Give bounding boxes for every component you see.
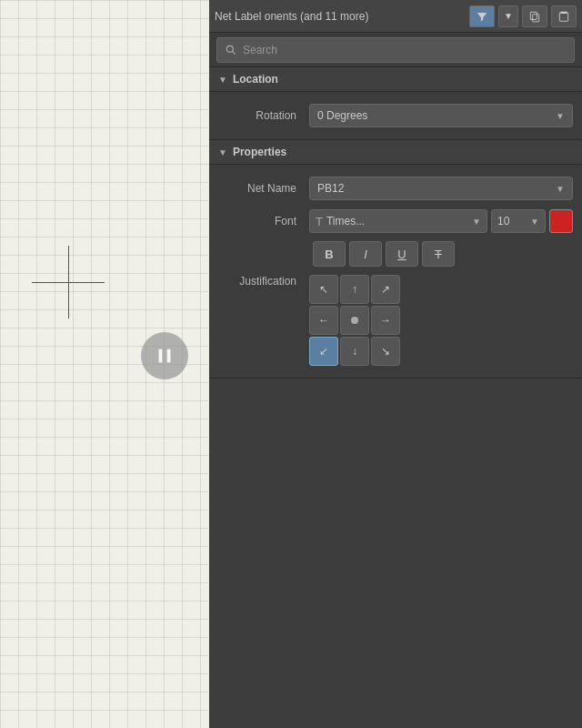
net-name-value: PB12 ▼ <box>309 177 573 200</box>
location-section-header[interactable]: ▼ Location <box>209 67 582 92</box>
just-bot-right[interactable]: ↘ <box>371 337 400 366</box>
svg-rect-3 <box>530 12 537 19</box>
just-mid-center[interactable] <box>340 306 369 335</box>
justification-label: Justification <box>218 275 309 288</box>
svg-rect-1 <box>167 349 171 363</box>
italic-label: I <box>364 248 367 261</box>
net-name-selected: PB12 <box>317 182 344 195</box>
font-family-arrow: ▼ <box>472 217 481 227</box>
just-top-left[interactable]: ↖ <box>309 275 338 304</box>
properties-panel: rties Net Label onents (and 11 more) ▼ ▼… <box>209 0 582 728</box>
font-size-arrow: ▼ <box>530 217 539 227</box>
filter-dropdown[interactable]: ▼ <box>498 5 518 27</box>
justification-row: Justification ↖ ↑ ↗ ← → ↙ ↓ ↘ <box>209 270 582 370</box>
font-controls: T Times... ▼ 10 ▼ <box>309 209 573 233</box>
copy-button[interactable] <box>522 5 547 27</box>
font-size-dropdown[interactable]: 10 ▼ <box>491 209 546 233</box>
rotation-label: Rotation <box>218 109 309 122</box>
net-name-row: Net Name PB12 ▼ <box>209 172 582 205</box>
svg-rect-0 <box>159 349 163 363</box>
svg-rect-2 <box>533 14 539 21</box>
net-name-dropdown-arrow: ▼ <box>556 184 565 194</box>
properties-section-title: Properties <box>233 146 286 158</box>
strikethrough-label: T <box>435 248 442 261</box>
search-input-wrapper <box>216 37 575 63</box>
rotation-dropdown-arrow: ▼ <box>556 111 565 121</box>
just-top-right[interactable]: ↗ <box>371 275 400 304</box>
location-collapse-arrow: ▼ <box>218 75 227 85</box>
canvas-area <box>0 0 209 728</box>
svg-point-6 <box>226 46 233 52</box>
just-mid-right[interactable]: → <box>371 306 400 335</box>
search-input[interactable] <box>243 44 567 56</box>
format-buttons-row: B I U T <box>209 238 582 270</box>
just-bot-left[interactable]: ↙ <box>309 337 338 366</box>
underline-button[interactable]: U <box>386 241 418 267</box>
justification-grid: ↖ ↑ ↗ ← → ↙ ↓ ↘ <box>309 275 400 366</box>
rotation-dropdown[interactable]: 0 Degrees ▼ <box>309 104 573 127</box>
font-row: Font T Times... ▼ 10 ▼ <box>209 205 582 238</box>
rotation-value: 0 Degrees ▼ <box>309 104 573 127</box>
just-bot-center[interactable]: ↓ <box>340 337 369 366</box>
underline-label: U <box>397 248 406 261</box>
panel-title: Net Label onents (and 11 more) <box>215 10 466 23</box>
strikethrough-button[interactable]: T <box>422 241 455 267</box>
italic-button[interactable]: I <box>349 241 382 267</box>
properties-section-header[interactable]: ▼ Properties <box>209 140 582 165</box>
rotation-row: Rotation 0 Degrees ▼ <box>209 99 582 132</box>
font-color-button[interactable] <box>549 209 573 233</box>
just-top-center[interactable]: ↑ <box>340 275 369 304</box>
rotation-selected: 0 Degrees <box>317 109 367 122</box>
paste-button[interactable] <box>551 5 577 27</box>
pause-button[interactable] <box>141 332 188 379</box>
location-section-title: Location <box>233 73 278 86</box>
bold-label: B <box>325 248 333 261</box>
font-row-controls: T Times... ▼ 10 ▼ <box>309 209 573 233</box>
filter-button[interactable] <box>469 5 495 27</box>
net-name-dropdown[interactable]: PB12 ▼ <box>309 177 573 200</box>
properties-collapse-arrow: ▼ <box>218 147 227 157</box>
svg-rect-5 <box>559 12 567 20</box>
properties-section-content: Net Name PB12 ▼ Font T Times... ▼ <box>209 165 582 379</box>
font-size-value: 10 <box>497 215 509 228</box>
panel-header: Net Label onents (and 11 more) ▼ <box>209 0 582 33</box>
font-family-dropdown[interactable]: T Times... ▼ <box>309 209 487 233</box>
svg-line-7 <box>232 51 235 54</box>
net-name-label: Net Name <box>218 182 309 195</box>
search-bar <box>209 33 582 67</box>
font-family-value: Times... <box>326 215 365 228</box>
font-label: Font <box>218 215 309 228</box>
search-icon <box>225 44 237 56</box>
just-mid-left[interactable]: ← <box>309 306 338 335</box>
bold-button[interactable]: B <box>313 241 346 267</box>
location-section-content: Rotation 0 Degrees ▼ <box>209 92 582 140</box>
